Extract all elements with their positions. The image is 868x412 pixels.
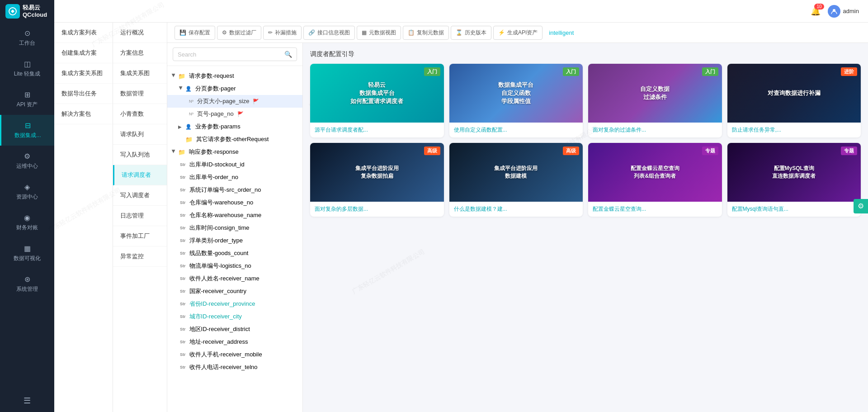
- tab-remedy[interactable]: ✏ 补漏措施: [263, 26, 302, 40]
- tree-node-biz-params[interactable]: ▶ 👤 业务参数-params: [167, 120, 302, 133]
- tree-label: 国家-receiver_country: [189, 287, 246, 295]
- card-badge-2: 入门: [563, 67, 579, 76]
- sidebar-item-lite[interactable]: ◫ Lite 轻集成: [0, 53, 54, 84]
- guide-card-6[interactable]: 高级 集成平台进阶应用数据建模 什么是数据建模？建...: [449, 143, 583, 217]
- sub-request-queue[interactable]: 请求队列: [113, 124, 167, 145]
- arrow-response: ▶: [171, 149, 176, 155]
- tree-label: 物流单编号-logistics_no: [189, 262, 251, 270]
- tree-node-goods-count[interactable]: Str 线品数量-goods_count: [167, 247, 302, 260]
- sidebar-export-task[interactable]: 数据导出任务: [54, 84, 113, 104]
- tree-node-order-no[interactable]: Str 出库单号-order_no: [167, 171, 302, 184]
- card-footer-3: 面对复杂的过滤条件...: [588, 123, 722, 137]
- tree-node-receiver-district[interactable]: Str 地区ID-receiver_district: [167, 323, 302, 336]
- tree-node-receiver-country[interactable]: Str 国家-receiver_country: [167, 285, 302, 298]
- tree-label: 系统订单编号-src_order_no: [189, 186, 261, 194]
- tree-node-src-order-no[interactable]: Str 系统订单编号-src_order_no: [167, 184, 302, 196]
- guide-card-3[interactable]: 入门 自定义数据过滤条件 面对复杂的过滤条件...: [588, 64, 722, 137]
- flag-icon-2: 🚩: [237, 111, 244, 117]
- logo-text: 轻易云QCcloud: [23, 4, 47, 18]
- settings-float-button[interactable]: ⚙: [854, 199, 868, 213]
- tree-node-receiver-name[interactable]: Str 收件人姓名-receiver_name: [167, 272, 302, 285]
- sidebar-item-visualization[interactable]: ▦ 数据可视化: [0, 238, 54, 269]
- tree-node-page-size[interactable]: Nº 分页大小-page_size 🚩: [167, 95, 302, 108]
- sub-integration-map[interactable]: 集成关系图: [113, 63, 167, 84]
- tree-node-warehouse-no[interactable]: Str 仓库编号-warehouse_no: [167, 196, 302, 209]
- tree-node-pager[interactable]: ▶ 👤 分页参数-pager: [167, 82, 302, 95]
- tree-node-consign-time[interactable]: Str 出库时间-consign_time: [167, 222, 302, 234]
- gen-api-icon: ⚡: [498, 29, 505, 36]
- guide-card-1[interactable]: 入门 轻易云数据集成平台如何配置请求调度者 源平台请求调度者配...: [310, 64, 444, 137]
- tree-label: 出库单号-order_no: [189, 173, 238, 181]
- str-icon-8: Str: [180, 251, 186, 256]
- card-footer-text-7: 配置金蝶云星空查询...: [593, 205, 717, 213]
- user-area[interactable]: admin: [828, 5, 859, 18]
- tree-node-stockout-id[interactable]: Str 出库单ID-stockout_id: [167, 158, 302, 171]
- tree-label: 收件人手机-receiver_mobile: [189, 350, 262, 359]
- hamburger-icon[interactable]: ☰: [24, 396, 31, 406]
- guide-card-2[interactable]: 入门 数据集成平台自定义函数学段属性值 使用自定义函数配置...: [449, 64, 583, 137]
- sidebar-solution-pkg[interactable]: 解决方案包: [54, 104, 113, 124]
- tab-save-config[interactable]: 💾 保存配置: [175, 26, 215, 40]
- sidebar-relation-map[interactable]: 集成方案关系图: [54, 63, 113, 84]
- tree-node-receiver-mobile[interactable]: Str 收件人手机-receiver_mobile: [167, 348, 302, 361]
- tree-label: 业务参数-params: [195, 123, 241, 131]
- tree-node-receiver-city[interactable]: Str 城市ID-receiver_city: [167, 310, 302, 323]
- sidebar-item-api[interactable]: ⊞ API 资产: [0, 84, 54, 115]
- tree-label: 其它请求参数-otherRequest: [196, 135, 269, 143]
- tree-node-receiver-address[interactable]: Str 地址-receiver_address: [167, 336, 302, 348]
- guide-card-5[interactable]: 高级 集成平台进阶应用复杂数据拍扁 面对复杂的多层数据...: [310, 143, 444, 217]
- sub-exception-monitor[interactable]: 异常监控: [113, 246, 167, 267]
- tree-node-receiver-telno[interactable]: Str 收件人电话-receiver_telno: [167, 361, 302, 374]
- tree-node-logistics-no[interactable]: Str 物流单编号-logistics_no: [167, 260, 302, 272]
- card-title-3: 自定义数据过滤条件: [640, 85, 670, 101]
- tab-interface-view[interactable]: 🔗 接口信息视图: [303, 26, 355, 40]
- sidebar-item-label: 系统管理: [16, 285, 38, 293]
- tree-label: 出库单ID-stockout_id: [189, 161, 245, 169]
- tab-intelligent[interactable]: intelligent: [544, 27, 578, 39]
- card-image-8: 专题 配置MySQL查询直连数据库调度者: [727, 143, 861, 202]
- tree-label: 仓库编号-warehouse_no: [189, 199, 254, 207]
- sub-event-factory[interactable]: 事件加工厂: [113, 226, 167, 246]
- sub-plan-info[interactable]: 方案信息: [113, 43, 167, 63]
- tree-node-other-req[interactable]: 📁 其它请求参数-otherRequest: [167, 133, 302, 146]
- sidebar-item-data-integration[interactable]: ⊟ 数据集成...: [0, 115, 54, 146]
- sidebar-item-system[interactable]: ⊛ 系统管理: [0, 269, 54, 299]
- card-badge-4: 进阶: [841, 67, 857, 76]
- tab-history[interactable]: ⌛ 历史版本: [451, 26, 491, 40]
- tree-node-req-params[interactable]: ▶ 📁 请求参数-request: [167, 70, 302, 82]
- guide-card-8[interactable]: 专题 配置MySQL查询直连数据库调度者 配置Mysql查询语句直...: [727, 143, 861, 217]
- sub-data-management[interactable]: 数据管理: [113, 84, 167, 104]
- sub-log-management[interactable]: 日志管理: [113, 206, 167, 226]
- tab-meta-view[interactable]: ▦ 元数据视图: [357, 26, 401, 40]
- search-input[interactable]: [178, 51, 284, 58]
- sidebar-integration-list[interactable]: 集成方案列表: [54, 23, 113, 43]
- sidebar-create-plan[interactable]: 创建集成方案: [54, 43, 113, 63]
- tree-node-order-type[interactable]: Str 浮单类别-order_type: [167, 234, 302, 247]
- card-badge-5: 高级: [424, 147, 440, 155]
- tree-label: 城市ID-receiver_city: [189, 313, 242, 321]
- tree-node-page-no[interactable]: Nº 页号-page_no 🚩: [167, 108, 302, 120]
- tree-node-receiver-province[interactable]: Str 省份ID-receiver_province: [167, 298, 302, 310]
- sub-request-moderator[interactable]: 请求调度者: [113, 165, 167, 185]
- card-footer-text-3: 面对复杂的过滤条件...: [593, 126, 717, 134]
- tree-node-warehouse-name[interactable]: Str 仓库名称-warehouse_name: [167, 209, 302, 222]
- sidebar-item-ops[interactable]: ⚙ 运维中心: [0, 146, 54, 176]
- guide-card-7[interactable]: 专题 配置金蝶云星空查询列表&组合查询者 配置金蝶云星空查询...: [588, 143, 722, 217]
- tab-data-filter[interactable]: ⚙ 数据过滤厂: [217, 26, 261, 40]
- sidebar-item-workbench[interactable]: ⊙ 工作台: [0, 23, 54, 53]
- notification-bell[interactable]: 🔔 10: [811, 6, 821, 16]
- sub-run-overview[interactable]: 运行概况: [113, 23, 167, 43]
- tree-node-response[interactable]: ▶ 📁 响应参数-response: [167, 146, 302, 158]
- tab-copy-meta[interactable]: 📋 复制元数据: [403, 26, 449, 40]
- card-image-6: 高级 集成平台进阶应用数据建模: [449, 143, 583, 202]
- sub-write-queue[interactable]: 写入队列池: [113, 145, 167, 165]
- sidebar-item-resource[interactable]: ◈ 资源中心: [0, 176, 54, 207]
- card-image-3: 入门 自定义数据过滤条件: [588, 64, 722, 123]
- guide-card-4[interactable]: 进阶 对查询数据进行补漏 防止请求任务异常,...: [727, 64, 861, 137]
- sub-small-count[interactable]: 小青查数: [113, 104, 167, 124]
- guide-title: 调度者配置引导: [310, 50, 861, 58]
- sub-write-moderator[interactable]: 写入调度者: [113, 185, 167, 206]
- sidebar-item-finance[interactable]: ◉ 财务对账: [0, 207, 54, 238]
- tab-gen-api[interactable]: ⚡ 生成API资产: [493, 26, 542, 40]
- str-icon-12: Str: [180, 302, 186, 306]
